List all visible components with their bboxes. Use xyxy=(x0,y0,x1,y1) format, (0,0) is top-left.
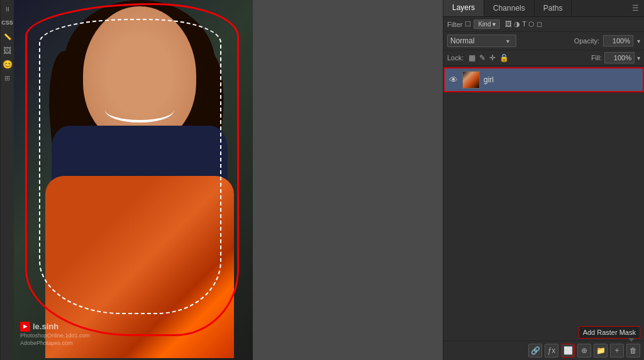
lock-all-icon[interactable]: 🔒 xyxy=(499,53,509,62)
filter-smart-icon[interactable]: ◻ xyxy=(536,20,542,28)
panel-tabs: Layers Channels Paths ☰ xyxy=(443,0,644,17)
fx-button[interactable]: ƒx xyxy=(545,344,558,357)
fill-label: Fill: xyxy=(591,54,602,62)
lock-row: Lock: ▦ ✎ ✛ 🔒 Fill: 100% ▾ xyxy=(443,50,644,66)
layers-list: 👁 girl xyxy=(443,66,644,341)
mid-toolbar: ⏸ CSS 📏 🖼 😊 ⊞ xyxy=(0,0,14,360)
filter-kind-button[interactable]: Kind ▾ xyxy=(474,19,500,29)
portrait xyxy=(33,0,247,360)
add-mask-button[interactable]: ⬜ xyxy=(561,344,575,357)
filter-pixel-icon[interactable]: 🖼 xyxy=(505,20,512,28)
smile xyxy=(105,97,174,123)
add-mask-tooltip: Add Raster Mask xyxy=(579,326,640,339)
tab-layers[interactable]: Layers xyxy=(443,0,484,16)
filter-shape-icon[interactable]: ⬡ xyxy=(528,20,535,28)
folder-button[interactable]: 📁 xyxy=(594,344,608,357)
filter-text-icon[interactable]: T xyxy=(522,20,526,28)
adjustment-button[interactable]: ⊕ xyxy=(577,344,591,357)
filter-adjust-icon[interactable]: ◑ xyxy=(514,20,520,28)
delete-layer-button[interactable]: 🗑 xyxy=(626,344,640,357)
layer-thumbnail xyxy=(462,71,480,89)
pause-icon[interactable]: ⏸ xyxy=(1,3,14,15)
new-layer-button[interactable]: + xyxy=(610,344,624,357)
link-layers-button[interactable]: 🔗 xyxy=(528,344,542,357)
watermark-name: le.sinh xyxy=(33,322,58,331)
opacity-value[interactable]: 100% xyxy=(603,35,633,46)
image-icon[interactable]: 🖼 xyxy=(1,44,14,57)
lock-icons-group: ▦ ✎ ✛ 🔒 xyxy=(469,53,509,62)
tab-paths[interactable]: Paths xyxy=(535,1,572,16)
filter-row: Filter ☐ Kind ▾ 🖼 ◑ T ⬡ ◻ xyxy=(443,17,644,32)
emoji-icon[interactable]: 😊 xyxy=(1,58,14,70)
tab-channels[interactable]: Channels xyxy=(484,1,535,16)
face xyxy=(83,6,196,145)
panel-menu-icon[interactable]: ☰ xyxy=(627,1,644,15)
layer-item-girl[interactable]: 👁 girl xyxy=(443,67,644,92)
watermark-line2: AdobePhotapes.com xyxy=(20,339,90,347)
fill-arrow-icon: ▾ xyxy=(637,55,640,62)
lock-move-icon[interactable]: ✛ xyxy=(489,53,496,62)
watermark: ▶ le.sinh PhotoshopOnline.1do1.com Adobe… xyxy=(20,322,90,347)
layer-name[interactable]: girl xyxy=(484,75,639,84)
canvas-area: ▶ le.sinh PhotoshopOnline.1do1.com Adobe… xyxy=(14,0,443,360)
blend-mode-select[interactable]: Normal Multiply Screen Overlay xyxy=(447,35,516,47)
layer-visibility-icon[interactable]: 👁 xyxy=(448,75,458,85)
watermark-line1: PhotoshopOnline.1do1.com xyxy=(20,332,90,340)
filter-icon-group: 🖼 ◑ T ⬡ ◻ xyxy=(505,20,542,28)
blend-row: Normal Multiply Screen Overlay ▾ Opacity… xyxy=(443,32,644,50)
opacity-arrow-icon: ▾ xyxy=(637,38,640,45)
right-panel: Layers Channels Paths ☰ Filter ☐ Kind ▾ … xyxy=(443,0,644,360)
ruler-icon[interactable]: 📏 xyxy=(1,30,14,43)
canvas-dark-bg xyxy=(253,0,443,360)
watermark-play-icon: ▶ xyxy=(20,322,30,332)
lock-label: Lock: xyxy=(447,54,464,62)
fill-section: Fill: 100% ▾ xyxy=(591,52,640,63)
opacity-label: Opacity: xyxy=(574,37,599,45)
lock-brush-icon[interactable]: ✎ xyxy=(479,53,486,62)
filter-label: Filter xyxy=(447,21,462,28)
panel-bottom: Add Raster Mask 🔗 ƒx ⬜ ⊕ 📁 + 🗑 xyxy=(443,341,644,360)
fill-value[interactable]: 100% xyxy=(604,52,635,63)
css-icon: CSS xyxy=(1,16,14,29)
lock-transparent-icon[interactable]: ▦ xyxy=(469,53,475,62)
qr-icon[interactable]: ⊞ xyxy=(1,72,14,84)
filter-checkbox-icon: ☐ xyxy=(465,20,471,28)
